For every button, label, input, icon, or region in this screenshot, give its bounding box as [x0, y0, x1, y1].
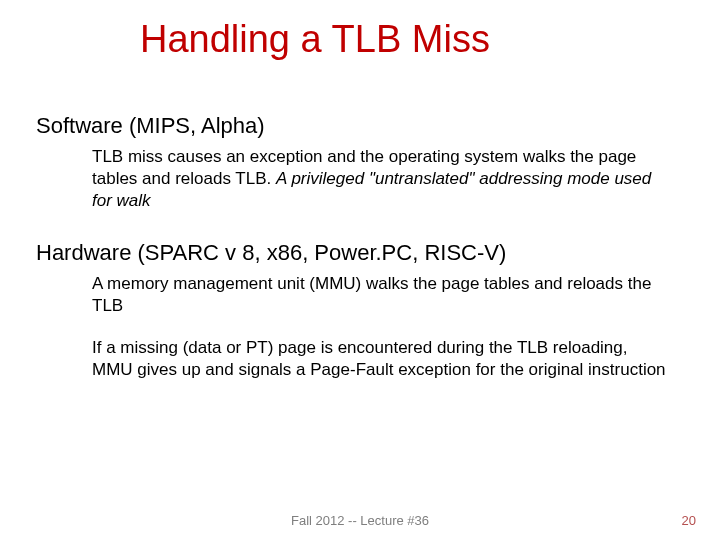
footer-page-number: 20 [682, 513, 696, 528]
section-body-software: TLB miss causes an exception and the ope… [92, 146, 666, 212]
section-heading-hardware: Hardware (SPARC v 8, x86, Power.PC, RISC… [36, 240, 506, 266]
slide: Handling a TLB Miss Software (MIPS, Alph… [0, 0, 720, 540]
section-body-hardware-1: A memory management unit (MMU) walks the… [92, 273, 666, 317]
section-heading-software: Software (MIPS, Alpha) [36, 113, 265, 139]
footer-center: Fall 2012 -- Lecture #36 [0, 513, 720, 528]
slide-title: Handling a TLB Miss [140, 18, 490, 61]
section-body-hardware-2: If a missing (data or PT) page is encoun… [92, 337, 666, 381]
